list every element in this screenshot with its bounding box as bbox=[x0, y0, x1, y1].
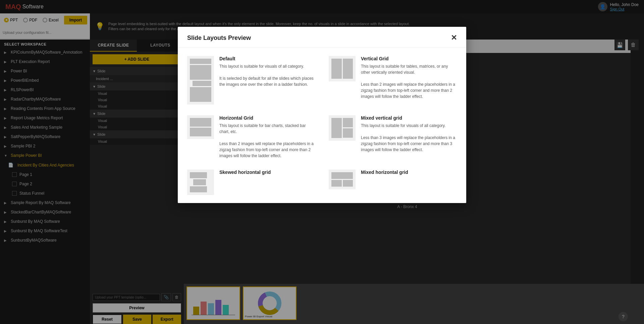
preview-block bbox=[331, 59, 342, 79]
layout-item-skewed: Skewed horizontal grid bbox=[187, 170, 315, 195]
layout-grid: Default This layout is suitable for visu… bbox=[187, 56, 457, 195]
layout-name: Horizontal Grid bbox=[219, 115, 315, 121]
layout-name: Mixed vertical grid bbox=[361, 115, 457, 121]
layout-desc: This layout is suitable for visuals of a… bbox=[361, 123, 457, 153]
preview-block bbox=[190, 186, 207, 192]
preview-block bbox=[190, 118, 211, 127]
layout-name: Skewed horizontal grid bbox=[219, 170, 271, 175]
modal-body: Default This layout is suitable for visu… bbox=[178, 48, 466, 203]
preview-block bbox=[190, 65, 211, 80]
preview-block bbox=[343, 59, 353, 79]
layout-item-vertical-grid: Vertical Grid This layout is suitable fo… bbox=[329, 56, 457, 105]
layout-desc: This layout is suitable for bar charts, … bbox=[219, 123, 315, 159]
layout-desc: This layout is suitable for tables, matr… bbox=[361, 63, 457, 100]
preview-block bbox=[190, 172, 207, 178]
preview-block bbox=[190, 128, 211, 136]
modal-close-button[interactable]: ✕ bbox=[451, 34, 457, 42]
preview-block bbox=[331, 118, 342, 138]
layout-item-mixed-vertical: Mixed vertical grid This layout is suita… bbox=[329, 115, 457, 159]
layout-name: Vertical Grid bbox=[361, 56, 457, 61]
preview-block-row bbox=[331, 180, 353, 187]
layout-item-horizontal-grid: Horizontal Grid This layout is suitable … bbox=[187, 115, 315, 159]
layout-preview-default bbox=[187, 56, 214, 105]
layout-name: Default bbox=[219, 56, 315, 61]
layout-info-mixed-horizontal: Mixed horizontal grid bbox=[361, 170, 408, 177]
preview-block bbox=[190, 87, 211, 102]
layout-preview-mixed-horizontal bbox=[329, 170, 356, 189]
layout-info-vertical: Vertical Grid This layout is suitable fo… bbox=[361, 56, 457, 100]
modal-overlay: Slide Layouts Preview ✕ Default This lay… bbox=[0, 0, 644, 324]
layout-info-skewed: Skewed horizontal grid bbox=[219, 170, 271, 177]
modal-dialog: Slide Layouts Preview ✕ Default This lay… bbox=[178, 27, 466, 203]
layout-info-default: Default This layout is suitable for visu… bbox=[219, 56, 315, 87]
preview-block bbox=[193, 81, 211, 86]
preview-block bbox=[190, 59, 211, 64]
layout-info-horizontal: Horizontal Grid This layout is suitable … bbox=[219, 115, 315, 159]
layout-desc: This layout is suitable for visuals of a… bbox=[219, 63, 315, 87]
layout-item-mixed-horizontal: Mixed horizontal grid bbox=[329, 170, 457, 195]
layout-name: Mixed horizontal grid bbox=[361, 170, 408, 175]
layout-preview-mixed-vertical bbox=[329, 115, 356, 141]
preview-block bbox=[343, 180, 353, 187]
layout-preview-horizontal bbox=[187, 115, 214, 139]
preview-block bbox=[193, 179, 206, 185]
preview-block-col bbox=[343, 118, 353, 138]
layout-preview-skewed bbox=[187, 170, 214, 195]
layout-info-mixed-vertical: Mixed vertical grid This layout is suita… bbox=[361, 115, 457, 153]
modal-title: Slide Layouts Preview bbox=[187, 35, 251, 42]
preview-block bbox=[343, 118, 353, 127]
layout-item-default: Default This layout is suitable for visu… bbox=[187, 56, 315, 105]
preview-block bbox=[343, 128, 353, 138]
modal-header: Slide Layouts Preview ✕ bbox=[178, 27, 466, 48]
layout-preview-vertical bbox=[329, 56, 356, 81]
preview-block bbox=[331, 172, 353, 179]
preview-block bbox=[331, 180, 342, 187]
